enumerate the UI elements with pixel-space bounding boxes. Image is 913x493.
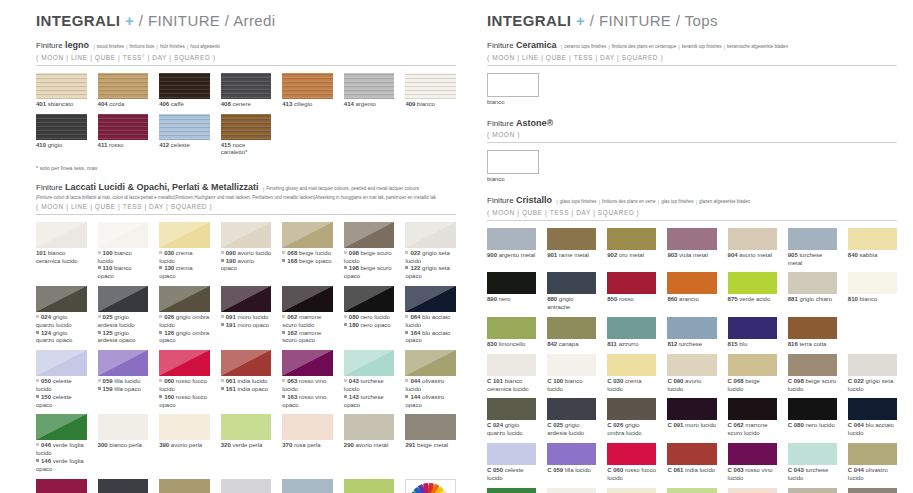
swatch-name: nero: [499, 296, 511, 302]
swatch-cell: C 030 crema lucido: [607, 354, 656, 394]
swatch-cell: 905 turchese metal: [788, 228, 837, 268]
swatch-code: 842: [547, 341, 559, 347]
swatch-label: 061 india lucido161 india opaco: [221, 378, 272, 394]
swatch-code: 291: [405, 442, 417, 448]
swatch-name: nero lucido: [361, 314, 390, 320]
swatch-code: C 091: [667, 422, 685, 428]
swatch-name: azzurro: [619, 341, 639, 347]
swatch-code: C 043: [788, 467, 806, 473]
meta-text: Afwerking in hoogglans en mat lak, parel…: [315, 195, 436, 200]
swatch-cell: 026 grigio ombra lucido126 grigio ombra …: [159, 286, 210, 345]
swatch-code: 025: [103, 314, 115, 320]
swatch-code: 043: [349, 378, 361, 384]
swatch-code: 168: [287, 258, 299, 264]
swatch-label: 022 grigio seta lucido122 grigio seta op…: [405, 250, 456, 281]
swatch-label: C 026 grigio ombra lucido: [607, 422, 656, 438]
swatch-cell: C 060 rosso fuoco lucido: [607, 443, 656, 483]
swatch-label: 390 avorio perla: [159, 442, 210, 450]
swatch-code: 904: [728, 252, 740, 258]
swatch-code: 126: [164, 330, 176, 336]
swatch-code: 404: [98, 101, 110, 107]
swatch-code: 080: [349, 314, 361, 320]
swatch-label: 890 nero: [487, 296, 536, 304]
opaco-marker-icon: [282, 259, 285, 262]
swatch-label: C 091 moro lucido: [667, 422, 716, 430]
section-prefix: Finiture: [487, 41, 516, 50]
swatch-cell: 063 rosso vino lucido163 rosso vino opac…: [282, 350, 333, 409]
color-swatch: [344, 286, 395, 312]
swatch-label: 901 rame metal: [547, 252, 596, 260]
meta-text: finitions des plans en céramique: [612, 44, 676, 49]
swatch-cell: 044 olivastro lucido144 olivastro opaco: [405, 350, 456, 409]
color-swatch: [547, 443, 596, 465]
opaco-marker-icon: [36, 395, 39, 398]
page-title-tops: INTEGRALI + / FINITURE / Tops: [487, 12, 897, 29]
swatch-code: 162: [287, 330, 299, 336]
swatch-code: 100: [103, 250, 115, 256]
section-finiture-ceramica: Finiture Ceramica |ceramic tops finishes…: [487, 40, 897, 107]
arredi-panel: INTEGRALI + / FINITURE / Arredi Finiture…: [36, 0, 456, 493]
swatch-name: bianco: [417, 101, 435, 107]
swatch-code: C 101: [487, 378, 505, 384]
swatch-cell: 842 canapa: [547, 317, 596, 349]
models-list: ( MOON ): [487, 131, 897, 143]
cristallo-swatch-grid: 900 argento metal901 rame metal902 oro m…: [487, 228, 897, 493]
swatch-code: 101: [36, 250, 48, 256]
lacquer-swatch-grid: 101 bianco ceramica lucido100 bianco luc…: [36, 222, 456, 493]
color-swatch: [98, 350, 149, 376]
swatch-code: 160: [164, 394, 176, 400]
lucido-marker-icon: [159, 379, 162, 382]
swatch-label: 080 nero lucido180 nero opaco: [344, 314, 395, 330]
meta-text: wood finishes: [97, 44, 124, 49]
swatch-label: 408 cenere: [221, 101, 272, 109]
color-swatch: [221, 114, 272, 140]
swatch-cell: 815 blu: [728, 317, 777, 349]
page-title-rest: / FINITURE / Arredi: [139, 12, 276, 29]
opaco-marker-icon: [98, 266, 101, 269]
swatch-label: 811 azzurro: [607, 341, 656, 349]
color-swatch: [98, 222, 149, 248]
swatch-code: C 024: [487, 422, 505, 428]
lucido-marker-icon: [405, 379, 408, 382]
swatch-code: 409: [405, 101, 417, 107]
swatch-label: 413 ciliegio: [282, 101, 333, 109]
color-swatch: [159, 222, 210, 248]
swatch-code: 815: [728, 341, 740, 347]
swatch-name: blu: [739, 341, 747, 347]
swatch-cell: 830 limoncello: [487, 317, 536, 349]
swatch-code: 063: [287, 378, 299, 384]
lucido-marker-icon: [405, 315, 408, 318]
color-swatch: [282, 479, 333, 493]
separator-bar: |: [678, 44, 680, 50]
swatch-cell: 413 ciliegio: [282, 73, 333, 109]
swatch-cell: C 024 grigio quarzo lucido: [487, 398, 536, 438]
swatch-code: C 059: [547, 467, 565, 473]
swatch-label: 409 bianco: [405, 101, 456, 109]
opaco-marker-icon: [221, 323, 224, 326]
swatch-label: 412 celeste: [159, 142, 210, 150]
swatch-name: rame metal: [559, 252, 589, 258]
swatch-label: 044 olivastro lucido144 olivastro opaco: [405, 378, 456, 409]
swatch-name: beige lucido: [299, 250, 331, 256]
swatch-name: corda: [109, 101, 124, 107]
lucido-marker-icon: [98, 315, 101, 318]
swatch-label: 291 beige metal: [405, 442, 456, 450]
swatch-label: 068 beige lucido168 beige opaco: [282, 250, 333, 266]
swatch-cell: 811 azzurro: [607, 317, 656, 349]
swatch-cell: C 300 bianco perla: [547, 488, 596, 493]
swatch-cell: 390 avorio perla: [159, 414, 210, 473]
swatch-name: avorio metal: [356, 442, 389, 448]
swatch-name: moro lucido: [237, 314, 268, 320]
swatch-name: india opaco: [237, 386, 268, 392]
swatch-name: turchese: [679, 341, 702, 347]
swatch-label: 411 rosso: [98, 142, 149, 150]
swatch-cell: C 370 rosa perla: [728, 488, 777, 493]
swatch-label: 026 grigio ombra lucido126 grigio ombra …: [159, 314, 210, 345]
swatch-code: 024: [41, 314, 53, 320]
swatch-code: 190: [226, 258, 238, 264]
swatch-cell: 875 verde acido: [728, 272, 777, 312]
swatch-code: C 026: [607, 422, 625, 428]
swatch-code: C 060: [607, 467, 625, 473]
swatch-name: canapa: [559, 341, 579, 347]
color-swatch: [405, 73, 456, 99]
